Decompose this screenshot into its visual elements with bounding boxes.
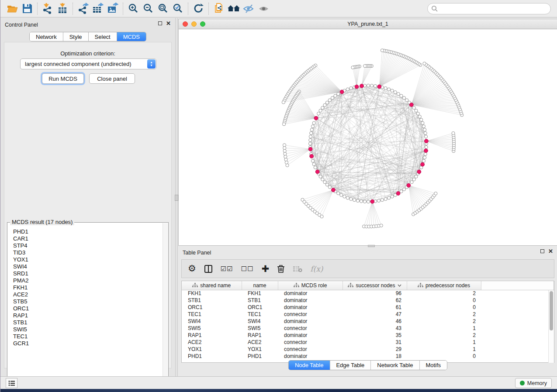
table-scrollbar-thumb[interactable]	[550, 291, 553, 330]
table-cell[interactable]: connector	[278, 311, 343, 318]
deselect-all-icon[interactable]: ☐☐	[241, 265, 254, 273]
table-cell[interactable]: dominator	[278, 332, 343, 339]
close-panel-icon[interactable]: ✕	[166, 21, 171, 25]
mcds-node-item[interactable]: SWI5	[13, 326, 168, 333]
zoom-selected-icon[interactable]	[170, 2, 185, 15]
tab-network-table[interactable]: Network Table	[371, 361, 419, 370]
table-cell[interactable]: dominator	[278, 353, 343, 360]
table-cell[interactable]: ORC1	[242, 304, 278, 311]
add-row-icon[interactable]: ✚	[262, 264, 270, 274]
vertical-splitter[interactable]	[175, 18, 178, 376]
mcds-node-item[interactable]: GCR1	[13, 340, 168, 347]
delete-table-icon[interactable]	[293, 265, 302, 272]
table-cell[interactable]: STB1	[182, 297, 242, 304]
mcds-node-item[interactable]: TEC1	[13, 333, 168, 340]
settings-gear-icon[interactable]: ⚙	[188, 264, 196, 273]
table-cell[interactable]: 0	[407, 304, 481, 311]
task-history-button[interactable]	[6, 378, 17, 388]
show-columns-icon[interactable]	[204, 265, 213, 273]
table-cell[interactable]: dominator	[278, 290, 343, 297]
table-cell[interactable]: YOX1	[242, 346, 278, 353]
mcds-node-item[interactable]: CAR1	[13, 235, 168, 242]
table-cell[interactable]: 0	[407, 297, 481, 304]
network-graph[interactable]	[179, 29, 557, 245]
table-row[interactable]: RAP1RAP1dominator352	[182, 332, 554, 339]
network-window-titlebar[interactable]: YPA_prune.txt_1	[178, 19, 557, 29]
run-mcds-button[interactable]: Run MCDS	[42, 73, 84, 84]
first-neighbors-icon[interactable]	[226, 2, 241, 15]
table-cell[interactable]: ACE2	[242, 339, 278, 346]
export-network-icon[interactable]	[76, 2, 90, 15]
table-header-row[interactable]: shared namenameMCDS rolesuccessor nodesp…	[182, 281, 554, 290]
memory-button[interactable]: Memory	[515, 378, 552, 388]
export-image-icon[interactable]	[105, 2, 120, 15]
column-header-MCDS-role[interactable]: MCDS role	[278, 281, 343, 290]
table-cell[interactable]: 2	[407, 318, 481, 325]
table-cell[interactable]: RAP1	[242, 332, 278, 339]
table-cell[interactable]: PHD1	[242, 353, 278, 360]
table-cell[interactable]: TEC1	[182, 311, 242, 318]
mcds-node-item[interactable]: PMA2	[13, 277, 168, 284]
mcds-node-item[interactable]: PHD1	[13, 228, 168, 235]
mcds-node-item[interactable]: STP4	[13, 242, 168, 249]
mcds-node-item[interactable]: ORC1	[13, 305, 168, 312]
mcds-node-item[interactable]: RAP1	[13, 312, 168, 319]
table-cell[interactable]: 46	[343, 318, 407, 325]
import-table-icon[interactable]	[55, 2, 70, 15]
table-cell[interactable]: ORC1	[182, 304, 242, 311]
network-canvas[interactable]	[178, 29, 557, 246]
table-cell[interactable]: YOX1	[182, 346, 242, 353]
tab-edge-table[interactable]: Edge Table	[330, 361, 371, 370]
open-file-icon[interactable]	[5, 2, 20, 15]
table-cell[interactable]: SWI4	[182, 318, 242, 325]
table-row[interactable]: TEC1TEC1connector472	[182, 311, 554, 318]
table-cell[interactable]: 18	[343, 353, 407, 360]
mcds-node-item[interactable]: TID3	[13, 249, 168, 256]
save-session-icon[interactable]	[20, 2, 35, 15]
table-row[interactable]: ACE2ACE2connector311	[182, 339, 554, 346]
tab-mcds[interactable]: MCDS	[117, 32, 146, 41]
close-panel-icon[interactable]: ✕	[548, 249, 553, 253]
mcds-node-item[interactable]: SWI4	[13, 263, 168, 270]
table-cell[interactable]: SWI5	[242, 325, 278, 332]
zoom-out-icon[interactable]	[141, 2, 156, 15]
table-cell[interactable]: SWI4	[242, 318, 278, 325]
table-cell[interactable]: connector	[278, 339, 343, 346]
table-cell[interactable]: 2	[407, 290, 481, 297]
tab-network[interactable]: Network	[30, 32, 63, 41]
show-all-icon[interactable]	[256, 2, 271, 15]
mcds-node-item[interactable]: STB5	[13, 298, 168, 305]
table-body[interactable]: FKH1FKH1dominator962STB1STB1dominator620…	[182, 290, 554, 360]
table-cell[interactable]: dominator	[278, 297, 343, 304]
table-cell[interactable]: 0	[407, 353, 481, 360]
table-row[interactable]: YOX1YOX1connector291	[182, 346, 554, 353]
table-cell[interactable]: connector	[278, 325, 343, 332]
hide-selected-icon[interactable]	[241, 2, 256, 15]
mcds-node-item[interactable]: ACE2	[13, 291, 168, 298]
tab-select[interactable]: Select	[89, 32, 117, 41]
table-cell[interactable]: PHD1	[182, 353, 242, 360]
table-cell[interactable]: FKH1	[182, 290, 242, 297]
mcds-result-list[interactable]: PHD1CAR1STP4TID3YOX1SWI4SRD1PMA2FKH1ACE2…	[7, 223, 168, 347]
table-cell[interactable]: 62	[343, 297, 407, 304]
column-header-predecessor-nodes[interactable]: predecessor nodes	[407, 281, 481, 290]
close-panel-button[interactable]: Close panel	[89, 73, 135, 84]
export-table-icon[interactable]	[90, 2, 105, 15]
zoom-fit-icon[interactable]	[156, 2, 170, 15]
refresh-icon[interactable]	[191, 2, 206, 15]
table-cell[interactable]: STB1	[242, 297, 278, 304]
delete-rows-icon[interactable]	[277, 265, 285, 273]
table-cell[interactable]: ACE2	[182, 339, 242, 346]
table-cell[interactable]: TEC1	[242, 311, 278, 318]
table-row[interactable]: ORC1ORC1dominator610	[182, 304, 554, 311]
horizontal-splitter-handle[interactable]	[368, 245, 375, 247]
table-row[interactable]: SWI5SWI5connector431	[182, 325, 554, 332]
table-cell[interactable]: 31	[343, 339, 407, 346]
search-input[interactable]	[427, 3, 551, 14]
optimization-criterion-select[interactable]: largest connected component (undirected)…	[20, 58, 156, 69]
float-panel-icon[interactable]	[540, 249, 544, 253]
tab-motifs[interactable]: Motifs	[419, 361, 447, 370]
table-cell[interactable]: 2	[407, 311, 481, 318]
column-header-successor-nodes[interactable]: successor nodes	[343, 281, 407, 290]
table-row[interactable]: FKH1FKH1dominator962	[182, 290, 554, 297]
